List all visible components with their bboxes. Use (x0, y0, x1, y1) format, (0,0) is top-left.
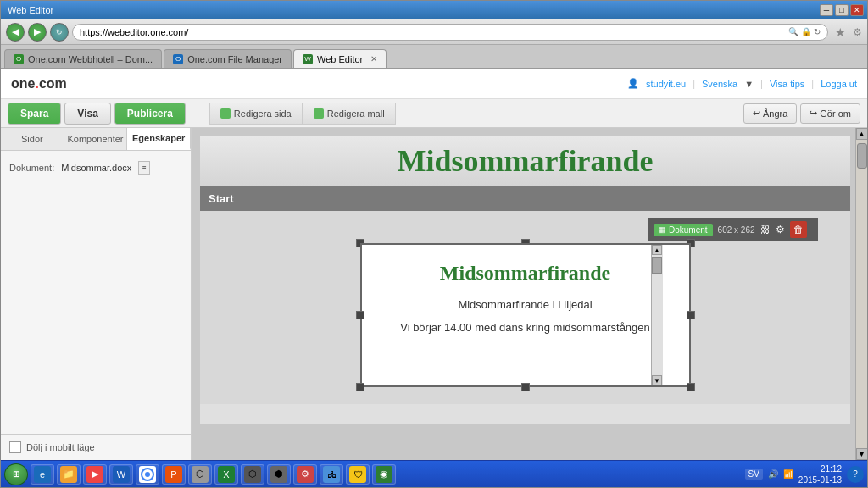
divider1: | (693, 79, 695, 89)
address-bar[interactable]: https://webeditor.one.com/ 🔍🔒↻ (72, 24, 828, 41)
taskbar-powerpoint[interactable]: P (162, 464, 186, 485)
taskbar-network[interactable]: 🖧 (320, 464, 343, 485)
page-title: Midsommarfirande (214, 143, 837, 179)
sidebar-tab-komponenter[interactable]: Komponenter (64, 128, 128, 150)
tab-label-filemanager: One.com File Manager (187, 54, 282, 64)
doc-frame-text1: Midsommarfirande i Liljedal (379, 298, 672, 311)
start-button[interactable]: ⊞ (4, 463, 28, 485)
resize-handle-bm[interactable] (521, 383, 530, 391)
tips-link[interactable]: Visa tips (770, 79, 804, 89)
excel-icon: X (218, 466, 235, 483)
tab-favicon-editor: W (303, 54, 313, 64)
doc-frame-text2: Vi börjar 14.00 med dans kring midsommar… (379, 321, 672, 334)
close-button[interactable]: ✕ (850, 4, 864, 16)
resize-handle-mr[interactable] (687, 311, 695, 319)
canvas-scroll-down[interactable]: ▼ (856, 448, 868, 460)
sidebar-tab-sidor-label: Sidor (21, 134, 43, 144)
hide-mobile-checkbox[interactable] (9, 441, 21, 453)
edit-template-tab[interactable]: Redigera mall (303, 103, 396, 125)
language-link[interactable]: Svenska (702, 79, 737, 89)
doc-internal-scrollbar[interactable]: ▲ ▼ (651, 245, 663, 385)
tab-web-editor[interactable]: W Web Editor ✕ (293, 49, 387, 68)
ie-icon: e (34, 466, 51, 483)
maximize-button[interactable]: □ (835, 4, 849, 16)
favorites-star[interactable]: ★ (835, 25, 846, 39)
language-arrow: ▼ (744, 79, 754, 89)
resize-handle-ml[interactable] (356, 311, 364, 319)
tab-label-onecom: One.com Webbhotell – Dom... (28, 54, 153, 64)
publish-button[interactable]: Publicera (114, 103, 186, 125)
resize-handle-br[interactable] (687, 383, 695, 391)
taskbar-excel[interactable]: X (214, 464, 238, 485)
forward-button[interactable]: ▶ (28, 23, 47, 42)
undo-arrow-icon: ↩ (753, 108, 760, 119)
canvas-scrollbar[interactable]: ▲ ▼ (855, 128, 867, 460)
taskbar-explorer[interactable]: 📁 (57, 464, 81, 485)
tab-file-manager[interactable]: O One.com File Manager (164, 49, 292, 68)
taskbar-word[interactable]: W (109, 464, 133, 485)
canvas-scroll-up[interactable]: ▲ (856, 128, 868, 140)
notification-button[interactable]: ? (847, 466, 864, 483)
doc-widget-label: ▦ Dokument (654, 224, 713, 236)
redo-button[interactable]: ↪ Gör om (800, 103, 860, 124)
back-button[interactable]: ◀ (6, 23, 25, 42)
taskbar-security[interactable]: 🛡 (346, 464, 370, 485)
address-icons: 🔍🔒↻ (788, 27, 821, 36)
save-button[interactable]: Spara (8, 103, 61, 125)
doc-scroll-thumb[interactable] (652, 257, 662, 274)
sidebar-tab-sidor[interactable]: Sidor (1, 128, 64, 150)
undo-label: Ångra (763, 108, 787, 119)
sidebar-tab-egenskaper[interactable]: Egenskaper (127, 128, 191, 150)
doc-widget-size: 602 x 262 (718, 225, 755, 235)
resize-handle-bl[interactable] (356, 383, 364, 391)
misc1-icon: ⬡ (192, 466, 209, 483)
doc-link-icon[interactable]: ⛓ (760, 224, 771, 236)
misc3-icon: ⬢ (270, 466, 287, 483)
taskbar-misc1[interactable]: ⬡ (188, 464, 212, 485)
hide-mobile-label: Dölj i mobilt läge (26, 442, 95, 452)
undo-button[interactable]: ↩ Ångra (743, 103, 797, 124)
taskbar-misc5[interactable]: ◉ (372, 464, 396, 485)
security-icon: 🛡 (349, 466, 366, 483)
taskbar-misc2[interactable]: ⬡ (241, 464, 264, 485)
doc-scroll-down[interactable]: ▼ (652, 375, 662, 385)
edit-page-tab[interactable]: Redigera sida (209, 103, 303, 125)
volume-icon: 🔊 (768, 469, 778, 479)
minimize-button[interactable]: ─ (820, 4, 833, 16)
taskbar-time: 21:12 (798, 463, 842, 474)
tab-label-editor: Web Editor (317, 54, 363, 64)
signal-icon: 📶 (783, 469, 793, 479)
document-label: Dokument: (9, 163, 54, 173)
language-indicator: SV (745, 469, 763, 480)
logout-link[interactable]: Logga ut (821, 79, 857, 89)
redo-label: Gör om (820, 108, 851, 119)
redo-arrow-icon: ↪ (810, 108, 817, 119)
doc-frame-title: Midsommarfirande (379, 262, 672, 285)
user-link[interactable]: studyit.eu (646, 79, 686, 89)
address-text: https://webeditor.one.com/ (80, 27, 788, 37)
misc2-icon: ⬡ (244, 466, 261, 483)
chrome-icon (139, 466, 156, 483)
sidebar-tab-egenskaper-label: Egenskaper (132, 133, 185, 143)
doc-settings-icon[interactable]: ⚙ (776, 224, 785, 236)
reload-button[interactable]: ↻ (50, 23, 69, 42)
tab-favicon-filemanager: O (173, 54, 183, 64)
document-icon-button[interactable]: ≡ (138, 161, 150, 175)
network-icon: 🖧 (323, 466, 340, 483)
misc4-icon: ⚙ (297, 466, 314, 483)
svg-point-1 (145, 472, 150, 477)
tab-close-editor[interactable]: ✕ (370, 54, 377, 64)
doc-scroll-up[interactable]: ▲ (652, 245, 662, 255)
nav-start[interactable]: Start (209, 192, 234, 205)
taskbar-misc4[interactable]: ⚙ (293, 464, 317, 485)
taskbar-chrome[interactable] (136, 464, 159, 485)
canvas-scroll-thumb[interactable] (857, 143, 867, 169)
taskbar-media[interactable]: ▶ (83, 464, 107, 485)
doc-delete-button[interactable]: 🗑 (790, 221, 807, 238)
view-button[interactable]: Visa (64, 103, 110, 125)
app-logo: one.com (11, 76, 67, 92)
taskbar-misc3[interactable]: ⬢ (267, 464, 291, 485)
taskbar-ie[interactable]: e (31, 464, 54, 485)
settings-icon[interactable]: ⚙ (853, 26, 862, 38)
tab-onecom-webhotel[interactable]: O One.com Webbhotell – Dom... (4, 49, 162, 68)
